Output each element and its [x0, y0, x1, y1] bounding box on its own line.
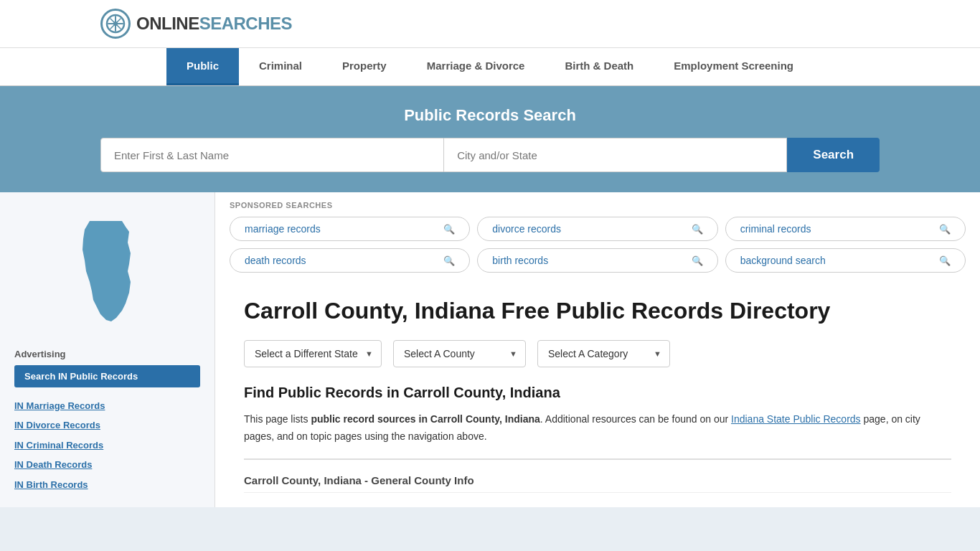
sponsored-label: SPONSORED SEARCHES [230, 201, 966, 209]
logo-online-text: ONLINE [136, 14, 199, 34]
sidebar-ad-button[interactable]: Search IN Public Records [14, 365, 200, 387]
logo-text: ONLINE SEARCHES [136, 14, 292, 34]
nav-bar: Public Criminal Property Marriage & Divo… [0, 48, 980, 86]
search-icon-3: 🔍 [443, 255, 455, 266]
search-icon-5: 🔍 [939, 255, 951, 266]
city-input[interactable] [444, 138, 787, 172]
sponsored-section: SPONSORED SEARCHES marriage records 🔍 di… [215, 192, 980, 283]
category-dropdown[interactable]: Select A Category [537, 340, 670, 367]
description-text: This page lists public record sources in… [244, 411, 951, 446]
sidebar-link-marriage[interactable]: IN Marriage Records [14, 397, 200, 414]
sponsored-tag-death[interactable]: death records 🔍 [230, 248, 470, 273]
search-bar: Search [100, 138, 880, 172]
sponsored-grid: marriage records 🔍 divorce records 🔍 cri… [230, 217, 966, 273]
section-heading: Find Public Records in Carroll County, I… [244, 385, 951, 401]
name-input[interactable] [100, 138, 444, 172]
logo: ONLINE SEARCHES [100, 9, 292, 39]
nav-items: Public Criminal Property Marriage & Divo… [166, 48, 814, 85]
indiana-records-link[interactable]: Indiana State Public Records [731, 413, 861, 425]
search-icon-0: 🔍 [443, 224, 455, 235]
sponsored-tag-criminal[interactable]: criminal records 🔍 [725, 217, 966, 241]
sidebar-link-criminal[interactable]: IN Criminal Records [14, 437, 200, 453]
state-map [14, 207, 200, 336]
nav-item-employment[interactable]: Employment Screening [654, 48, 814, 85]
right-side: SPONSORED SEARCHES marriage records 🔍 di… [215, 192, 980, 507]
nav-item-marriage[interactable]: Marriage & Divorce [407, 48, 545, 85]
sidebar-links: IN Marriage Records IN Divorce Records I… [14, 397, 200, 493]
sidebar-link-birth[interactable]: IN Birth Records [14, 476, 200, 493]
logo-searches-text: SEARCHES [199, 14, 292, 34]
dropdowns-row: Select a Different State Select A County… [244, 340, 951, 367]
hero-section: Public Records Search Search [0, 86, 980, 192]
county-info-title: Carroll County, Indiana - General County… [244, 468, 951, 493]
nav-item-public[interactable]: Public [166, 48, 239, 85]
hero-title: Public Records Search [100, 106, 880, 125]
body-wrapper: Advertising Search IN Public Records IN … [0, 192, 980, 507]
search-icon-1: 🔍 [692, 224, 703, 235]
county-dropdown-wrapper: Select A County [393, 340, 526, 367]
svg-point-1 [113, 22, 118, 26]
sidebar-link-divorce[interactable]: IN Divorce Records [14, 417, 200, 433]
state-dropdown[interactable]: Select a Different State [244, 340, 382, 367]
nav-item-property[interactable]: Property [322, 48, 407, 85]
nav-item-criminal[interactable]: Criminal [239, 48, 322, 85]
state-dropdown-wrapper: Select a Different State [244, 340, 382, 367]
category-dropdown-wrapper: Select A Category [537, 340, 670, 367]
page-title: Carroll County, Indiana Free Public Reco… [244, 297, 951, 324]
county-dropdown[interactable]: Select A County [393, 340, 526, 367]
nav-item-birth[interactable]: Birth & Death [545, 48, 654, 85]
sidebar: Advertising Search IN Public Records IN … [0, 192, 215, 507]
content-area: Carroll County, Indiana Free Public Reco… [215, 283, 980, 507]
search-icon-4: 🔍 [692, 255, 703, 266]
sponsored-tag-divorce[interactable]: divorce records 🔍 [477, 217, 717, 241]
search-button[interactable]: Search [787, 138, 880, 172]
sponsored-tag-marriage[interactable]: marriage records 🔍 [230, 217, 470, 241]
sidebar-link-death[interactable]: IN Death Records [14, 456, 200, 473]
logo-icon [100, 9, 131, 39]
sponsored-tag-birth[interactable]: birth records 🔍 [477, 248, 717, 273]
county-info-bar: Carroll County, Indiana - General County… [244, 458, 951, 493]
header: ONLINE SEARCHES [0, 0, 980, 48]
sponsored-tag-background[interactable]: background search 🔍 [725, 248, 966, 273]
advertising-label: Advertising [14, 349, 200, 359]
search-icon-2: 🔍 [939, 224, 951, 235]
